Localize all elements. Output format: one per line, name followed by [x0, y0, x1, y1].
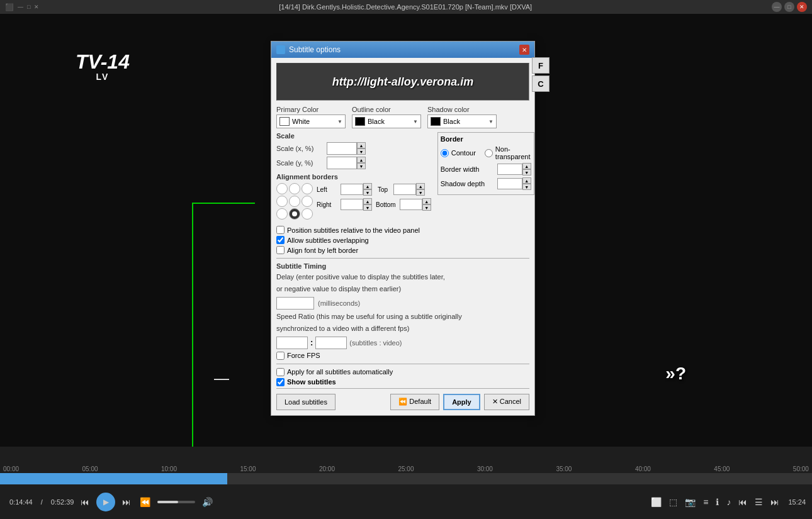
position-relative-checkbox[interactable] [276, 226, 285, 234]
apply-btn[interactable]: Apply [443, 394, 480, 410]
marker-4: 20:00 [319, 466, 335, 472]
scale-y-up[interactable]: ▲ [357, 157, 366, 163]
font-buttons: F C [532, 57, 550, 92]
border-width-field[interactable]: 2 [497, 164, 522, 175]
pos-left-field[interactable]: 20 [341, 184, 363, 195]
left-col: Scale Scale (x, %) 100 ▲ ▼ Scale (y, %) [276, 132, 431, 226]
scale-y-field[interactable]: 100 [327, 157, 357, 169]
speed-desc-1: Speed Ratio (this may be useful for usin… [276, 312, 529, 321]
pos-top-down[interactable]: ▼ [416, 189, 425, 196]
border-width-up[interactable]: ▲ [522, 163, 531, 169]
speed-ratio-row: 1000 : 1000 (subtitles : video) [276, 337, 529, 349]
pos-top-field[interactable]: 20 [393, 184, 416, 195]
speed-value1-field[interactable]: 1000 [276, 337, 308, 349]
volume-slider[interactable] [157, 501, 195, 503]
pos-right-up[interactable]: ▲ [363, 198, 372, 204]
prev-track-btn[interactable]: ⏪ [138, 495, 152, 509]
primary-color-arrow: ▼ [337, 119, 342, 125]
default-btn[interactable]: ⏪ Default [390, 394, 439, 410]
outline-color-label: Outline color [352, 106, 421, 113]
cancel-btn[interactable]: ✕ Cancel [484, 394, 529, 410]
pos-right-field[interactable]: 20 [341, 199, 363, 210]
font-bold-btn[interactable]: F [532, 57, 550, 74]
pos-bottom-down[interactable]: ▼ [422, 204, 431, 211]
load-subtitles-btn[interactable]: Load subtitles [276, 394, 336, 410]
allow-overlapping-label: Allow subtitles overlapping [287, 237, 369, 244]
allow-overlapping-checkbox[interactable] [276, 236, 285, 244]
colon: : [310, 338, 313, 347]
apply-all-checkbox[interactable] [276, 368, 285, 376]
pos-top-label: Top [378, 186, 388, 193]
shadow-color-dropdown[interactable]: Black ▼ [427, 114, 497, 128]
primary-color-dropdown[interactable]: White ▼ [276, 114, 346, 128]
non-transparent-radio[interactable] [485, 149, 493, 157]
force-fps-checkbox[interactable] [276, 352, 285, 360]
align-font-checkbox[interactable] [276, 246, 285, 254]
shadow-depth-down[interactable]: ▼ [522, 184, 531, 190]
outline-color-group: Outline color Black ▼ [352, 106, 421, 128]
shadow-depth-field[interactable]: 3 [497, 178, 522, 189]
pos-right-label: Right [317, 201, 339, 208]
primary-color-value: White [292, 118, 337, 125]
play-btn[interactable]: ▶ [96, 493, 115, 511]
align-cell-tc[interactable] [289, 183, 300, 194]
pos-right-down[interactable]: ▼ [363, 204, 372, 211]
timeline[interactable] [0, 473, 812, 484]
border-width-down[interactable]: ▼ [522, 169, 531, 176]
outline-color-dropdown[interactable]: Black ▼ [352, 114, 421, 128]
close-btn[interactable]: ✕ [797, 2, 807, 12]
pos-left-up[interactable]: ▲ [363, 183, 372, 189]
playlist-btn[interactable]: ☰ [753, 495, 765, 509]
marker-5: 25:00 [398, 466, 414, 472]
screenshot-btn[interactable]: 📷 [683, 495, 697, 509]
marker-2: 10:00 [161, 466, 177, 472]
align-cell-tl[interactable] [276, 183, 288, 194]
dialog-close-btn[interactable]: ✕ [519, 45, 529, 55]
pos-top-up[interactable]: ▲ [416, 183, 425, 189]
outline-color-value: Black [368, 118, 413, 125]
aspect-btn[interactable]: ⬚ [667, 495, 679, 509]
filter-btn[interactable]: ≡ [701, 495, 710, 509]
maximize-btn[interactable]: □ [784, 2, 794, 12]
non-transparent-label: Non-transparent [495, 145, 531, 160]
mute-btn[interactable]: 🔊 [200, 495, 215, 509]
scale-y-row: Scale (y, %) 100 ▲ ▼ [276, 157, 431, 169]
align-cell-ml[interactable] [276, 196, 288, 207]
pos-bottom-up[interactable]: ▲ [422, 198, 431, 204]
speed-value2-field[interactable]: 1000 [315, 337, 347, 349]
skip-prev-btn[interactable]: ⏮ [736, 495, 749, 509]
scale-x-field[interactable]: 100 [327, 142, 357, 155]
align-cell-bl[interactable] [276, 208, 288, 220]
font-color-btn[interactable]: C [532, 75, 550, 92]
scale-y-down[interactable]: ▼ [357, 163, 366, 169]
audio-btn[interactable]: ♪ [725, 495, 733, 509]
timeline-progress [0, 473, 227, 484]
pos-left-down[interactable]: ▼ [363, 189, 372, 196]
timing-title: Subtitle Timing [276, 262, 529, 270]
contour-radio[interactable] [441, 149, 449, 157]
align-cell-br[interactable] [302, 208, 313, 220]
show-subtitles-checkbox[interactable] [276, 378, 285, 386]
align-cell-tr[interactable] [302, 183, 313, 194]
skip-next-btn[interactable]: ⏭ [769, 495, 781, 509]
align-cell-mr[interactable] [302, 196, 313, 207]
prev-btn[interactable]: ⏮ [79, 495, 91, 509]
scale-y-input: 100 ▲ ▼ [327, 157, 366, 169]
align-cell-mc[interactable] [289, 196, 300, 207]
alignment-grid [276, 183, 313, 220]
align-cell-bc[interactable] [289, 208, 300, 220]
timing-delay-field[interactable]: 0 [276, 297, 314, 310]
scale-x-down[interactable]: ▼ [357, 148, 366, 155]
shadow-depth-up[interactable]: ▲ [522, 177, 531, 184]
minimize-btn[interactable]: — [772, 2, 782, 12]
pos-bottom-field[interactable]: 20 [400, 199, 422, 210]
next-frame-btn[interactable]: ⏭ [120, 495, 133, 509]
marker-3: 15:00 [240, 466, 256, 472]
force-fps-row: Force FPS [276, 352, 529, 360]
info-btn[interactable]: ℹ [714, 495, 721, 509]
marker-7: 35:00 [556, 466, 572, 472]
right-controls: ⬜ ⬚ 📷 ≡ ℹ ♪ ⏮ ☰ ⏭ 15:24 [649, 495, 806, 509]
scale-x-up[interactable]: ▲ [357, 142, 366, 148]
subtitles-btn[interactable]: ⬜ [649, 495, 663, 509]
marker-9: 45:00 [714, 466, 730, 472]
